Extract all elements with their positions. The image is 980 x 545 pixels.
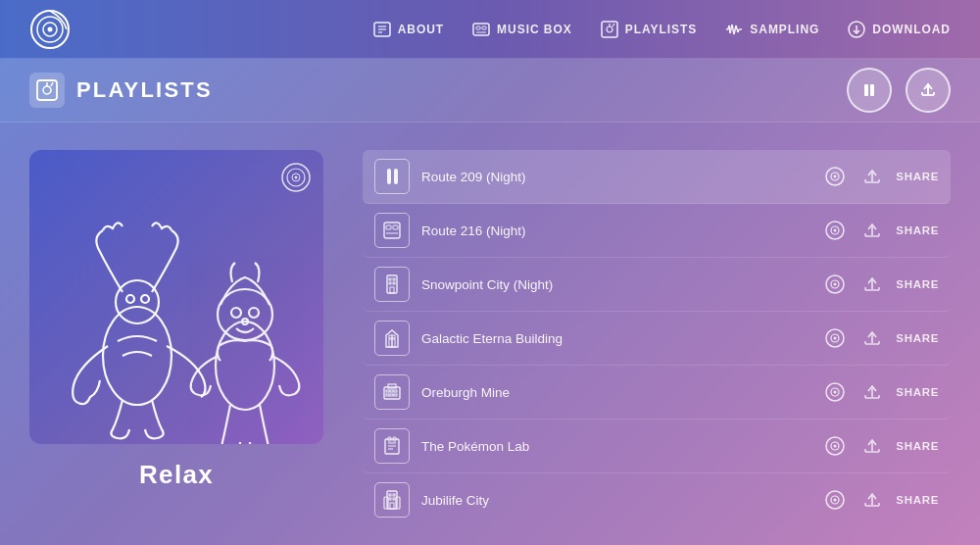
svg-point-28 bbox=[43, 86, 51, 94]
svg-rect-73 bbox=[390, 287, 394, 293]
svg-point-52 bbox=[834, 175, 837, 178]
svg-point-48 bbox=[249, 308, 259, 318]
track-6-icon bbox=[374, 428, 410, 464]
album-art bbox=[29, 150, 323, 444]
svg-rect-98 bbox=[394, 394, 397, 396]
track-7-share-icon[interactable] bbox=[858, 486, 886, 514]
top-nav: ABOUT MUsIC BoX PLAYLISTS bbox=[372, 20, 951, 39]
track-7-loop-icon[interactable] bbox=[821, 486, 849, 514]
svg-point-42 bbox=[116, 280, 159, 323]
track-2-share-icon[interactable] bbox=[858, 217, 886, 244]
nav-item-musicbox[interactable]: MUsIC BoX bbox=[471, 20, 572, 39]
track-4-share-icon[interactable] bbox=[858, 324, 886, 352]
pause-icon bbox=[860, 81, 878, 99]
track-2-name: Route 216 (Night) bbox=[421, 223, 809, 238]
svg-rect-31 bbox=[864, 84, 868, 96]
svg-rect-32 bbox=[870, 84, 874, 96]
svg-rect-59 bbox=[393, 225, 398, 229]
track-7-name: Jubilife City bbox=[421, 493, 809, 508]
svg-point-13 bbox=[607, 26, 612, 32]
track-row[interactable]: Snowpoint City (Night) bbox=[363, 258, 951, 312]
svg-rect-72 bbox=[393, 282, 395, 284]
track-3-actions: SHARE bbox=[821, 271, 939, 298]
track-5-share-label[interactable]: SHARE bbox=[896, 386, 939, 398]
track-2-loop-icon[interactable] bbox=[821, 217, 849, 244]
nav-label-download: DOWNLOAD bbox=[872, 23, 951, 36]
track-row[interactable]: The Pokémon Lab bbox=[363, 420, 951, 473]
track-1-actions: SHARE bbox=[821, 163, 939, 190]
track-row[interactable]: Jubilife City bbox=[363, 473, 951, 525]
svg-rect-122 bbox=[393, 494, 395, 496]
track-6-actions: SHARE bbox=[821, 432, 939, 460]
track-4-name: Galactic Eterna Building bbox=[421, 331, 809, 346]
svg-point-130 bbox=[834, 499, 837, 502]
track-list: Route 209 (Night) bbox=[363, 150, 951, 525]
nav-item-sampling[interactable]: SAMPLING bbox=[724, 20, 819, 39]
svg-line-15 bbox=[612, 24, 614, 26]
main-content: Relax Route 209 (Night) bbox=[0, 123, 980, 545]
track-3-share-icon[interactable] bbox=[858, 271, 886, 298]
download-icon bbox=[847, 20, 866, 39]
main-header: ABOUT MUsIC BoX PLAYLISTS bbox=[0, 0, 980, 59]
nav-label-playlists: PLAYLISTS bbox=[625, 23, 698, 36]
svg-rect-92 bbox=[384, 387, 400, 399]
track-7-share-label[interactable]: SHARE bbox=[896, 494, 939, 506]
track-3-loop-icon[interactable] bbox=[821, 271, 849, 298]
track-7-icon bbox=[374, 482, 410, 518]
track-2-share-label[interactable]: SHARE bbox=[896, 224, 939, 236]
svg-rect-82 bbox=[392, 339, 395, 347]
sampling-icon bbox=[724, 20, 744, 39]
track-3-icon bbox=[374, 267, 410, 302]
track-6-loop-icon[interactable] bbox=[821, 432, 849, 460]
track-4-share-label[interactable]: SHARE bbox=[896, 332, 939, 344]
about-icon bbox=[372, 20, 392, 39]
track-4-loop-icon[interactable] bbox=[821, 324, 849, 352]
track-5-actions: SHARE bbox=[821, 378, 939, 406]
svg-point-47 bbox=[231, 308, 241, 318]
track-2-actions: SHARE bbox=[821, 217, 939, 244]
track-row[interactable]: Oreburgh Mine bbox=[363, 366, 951, 420]
nav-label-sampling: SAMPLING bbox=[750, 23, 819, 36]
svg-point-3 bbox=[48, 26, 53, 31]
svg-point-87 bbox=[834, 337, 837, 340]
track-row[interactable]: Route 216 (Night) bbox=[363, 204, 951, 258]
share-button[interactable] bbox=[906, 68, 951, 113]
logo[interactable] bbox=[29, 9, 71, 50]
track-1-loop-icon[interactable] bbox=[821, 163, 849, 190]
track-4-actions: SHARE bbox=[821, 324, 939, 352]
svg-line-30 bbox=[51, 82, 53, 86]
track-row[interactable]: Route 209 (Night) bbox=[363, 150, 951, 204]
playlists-nav-icon bbox=[600, 20, 619, 39]
left-panel: Relax bbox=[29, 150, 323, 525]
track-1-share-icon[interactable] bbox=[858, 163, 886, 190]
nav-item-about[interactable]: ABOUT bbox=[372, 20, 444, 39]
svg-point-44 bbox=[141, 295, 149, 303]
track-row[interactable]: Galactic Eterna Building bbox=[363, 312, 951, 366]
track-5-loop-icon[interactable] bbox=[821, 378, 849, 406]
track-1-share-label[interactable]: SHARE bbox=[896, 171, 939, 182]
svg-rect-125 bbox=[390, 503, 394, 509]
track-5-name: Oreburgh Mine bbox=[421, 385, 809, 400]
track-1-name: Route 209 (Night) bbox=[421, 170, 809, 184]
track-6-share-label[interactable]: SHARE bbox=[896, 440, 939, 452]
nav-label-about: ABOUT bbox=[398, 23, 444, 36]
musicbox-icon bbox=[471, 20, 491, 39]
svg-rect-10 bbox=[482, 26, 486, 29]
svg-rect-97 bbox=[390, 394, 393, 396]
page-title: PLAYLISTS bbox=[76, 77, 213, 103]
svg-point-115 bbox=[834, 445, 837, 448]
track-5-share-icon[interactable] bbox=[858, 378, 886, 406]
svg-rect-71 bbox=[389, 282, 391, 284]
track-6-share-icon[interactable] bbox=[858, 432, 886, 460]
pause-button[interactable] bbox=[847, 68, 892, 113]
svg-rect-93 bbox=[386, 390, 389, 392]
playlist-page-icon bbox=[29, 73, 65, 108]
nav-item-playlists[interactable]: PLAYLISTS bbox=[600, 20, 698, 39]
track-3-share-label[interactable]: SHARE bbox=[896, 278, 939, 290]
track-3-name: Snowpoint City (Night) bbox=[421, 277, 809, 292]
nav-item-download[interactable]: DOWNLOAD bbox=[847, 20, 951, 39]
page-title-group: PLAYLISTS bbox=[29, 73, 213, 108]
svg-rect-96 bbox=[386, 394, 389, 396]
svg-point-43 bbox=[126, 295, 134, 303]
svg-point-45 bbox=[216, 322, 274, 410]
